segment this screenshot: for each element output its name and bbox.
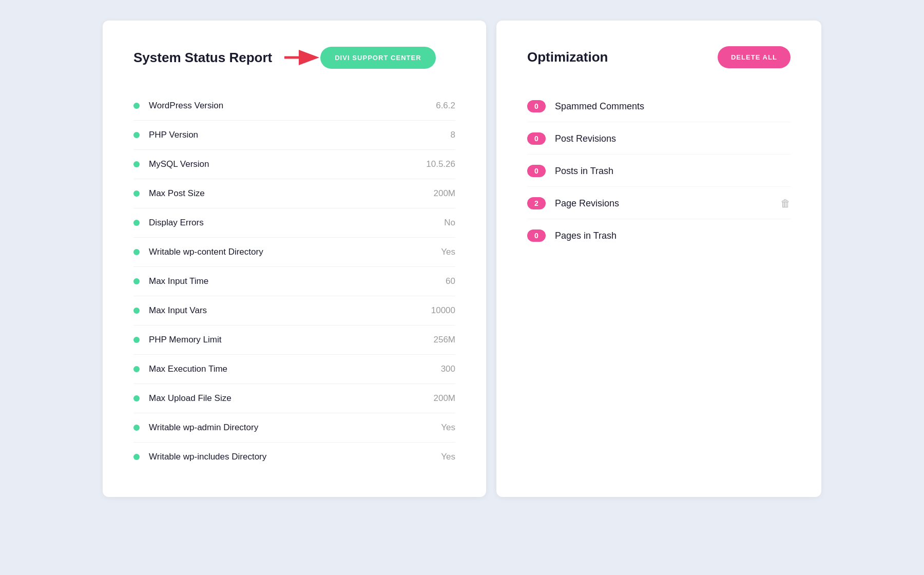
system-list-item: Writable wp-admin Directory Yes bbox=[133, 413, 455, 443]
system-item-value: 256M bbox=[433, 335, 455, 345]
status-dot bbox=[133, 278, 140, 284]
system-item-label: Writable wp-includes Directory bbox=[149, 452, 266, 462]
system-item-value: 200M bbox=[433, 188, 455, 199]
list-left: Writable wp-admin Directory bbox=[133, 423, 258, 433]
trash-icon[interactable]: 🗑 bbox=[780, 198, 791, 209]
system-status-title: System Status Report bbox=[133, 50, 272, 66]
system-list-item: Max Execution Time 300 bbox=[133, 355, 455, 384]
support-center-wrapper: DIVI SUPPORT CENTER bbox=[284, 46, 436, 69]
system-item-value: 10.5.26 bbox=[426, 159, 455, 169]
opt-list-item: 0 Spammed Comments bbox=[527, 91, 791, 122]
arrow-icon bbox=[284, 46, 320, 69]
system-status-card: System Status Report DIVI SUPPORT CENTER bbox=[103, 21, 486, 497]
list-left: Max Input Time bbox=[133, 276, 208, 286]
system-item-label: Display Errors bbox=[149, 218, 204, 228]
system-item-label: WordPress Version bbox=[149, 101, 223, 111]
system-status-list: WordPress Version 6.6.2 PHP Version 8 My… bbox=[133, 91, 455, 471]
status-dot bbox=[133, 308, 140, 314]
optimization-card: Optimization DELETE ALL 0 Spammed Commen… bbox=[496, 21, 821, 497]
list-left: Max Upload File Size bbox=[133, 393, 232, 404]
opt-list-item: 0 Post Revisions bbox=[527, 123, 791, 155]
opt-count-badge: 0 bbox=[527, 132, 546, 145]
support-center-button[interactable]: DIVI SUPPORT CENTER bbox=[320, 47, 436, 69]
opt-list-item: 0 Pages in Trash bbox=[527, 220, 791, 251]
status-dot bbox=[133, 161, 140, 167]
system-item-value: Yes bbox=[441, 423, 455, 433]
system-item-value: 200M bbox=[433, 393, 455, 404]
opt-count-badge: 0 bbox=[527, 229, 546, 242]
system-item-label: Writable wp-admin Directory bbox=[149, 423, 258, 433]
optimization-list: 0 Spammed Comments 0 Post Revisions 0 Po… bbox=[527, 91, 791, 251]
opt-count-badge: 0 bbox=[527, 100, 546, 112]
status-dot bbox=[133, 103, 140, 109]
system-item-label: Max Input Time bbox=[149, 276, 208, 286]
system-item-value: 60 bbox=[446, 276, 455, 286]
opt-list-item: 2 Page Revisions 🗑 bbox=[527, 188, 791, 219]
list-left: PHP Memory Limit bbox=[133, 335, 221, 345]
system-item-label: Max Upload File Size bbox=[149, 393, 232, 404]
system-list-item: Max Upload File Size 200M bbox=[133, 384, 455, 413]
status-dot bbox=[133, 249, 140, 255]
list-left: Max Post Size bbox=[133, 188, 205, 199]
opt-item-label: Pages in Trash bbox=[555, 231, 791, 241]
system-item-value: 6.6.2 bbox=[436, 101, 455, 111]
system-item-value: No bbox=[444, 218, 455, 228]
optimization-title: Optimization bbox=[527, 49, 608, 65]
system-list-item: Display Errors No bbox=[133, 208, 455, 238]
opt-item-label: Posts in Trash bbox=[555, 166, 791, 177]
list-left: Writable wp-content Directory bbox=[133, 247, 263, 257]
opt-list-item: 0 Posts in Trash bbox=[527, 156, 791, 187]
optimization-header: Optimization DELETE ALL bbox=[527, 46, 791, 68]
opt-item-label: Page Revisions bbox=[555, 198, 771, 209]
system-item-label: Max Post Size bbox=[149, 188, 205, 199]
opt-item-label: Post Revisions bbox=[555, 133, 791, 144]
status-dot bbox=[133, 190, 140, 197]
system-item-label: MySQL Version bbox=[149, 159, 209, 169]
status-dot bbox=[133, 366, 140, 372]
system-item-value: Yes bbox=[441, 452, 455, 462]
system-list-item: WordPress Version 6.6.2 bbox=[133, 91, 455, 121]
system-item-value: Yes bbox=[441, 247, 455, 257]
status-dot bbox=[133, 220, 140, 226]
status-dot bbox=[133, 395, 140, 401]
system-list-item: PHP Version 8 bbox=[133, 121, 455, 150]
status-dot bbox=[133, 425, 140, 431]
system-list-item: Max Input Time 60 bbox=[133, 267, 455, 296]
list-left: Display Errors bbox=[133, 218, 204, 228]
opt-count-badge: 0 bbox=[527, 165, 546, 177]
system-list-item: Writable wp-includes Directory Yes bbox=[133, 443, 455, 471]
status-dot bbox=[133, 132, 140, 138]
list-left: Max Execution Time bbox=[133, 364, 227, 374]
system-list-item: PHP Memory Limit 256M bbox=[133, 325, 455, 355]
system-item-value: 10000 bbox=[431, 305, 455, 316]
list-left: Max Input Vars bbox=[133, 305, 207, 316]
system-list-item: Max Input Vars 10000 bbox=[133, 296, 455, 325]
list-left: PHP Version bbox=[133, 130, 198, 140]
left-header: System Status Report DIVI SUPPORT CENTER bbox=[133, 46, 455, 69]
list-left: MySQL Version bbox=[133, 159, 209, 169]
system-item-value: 300 bbox=[441, 364, 455, 374]
system-item-label: PHP Memory Limit bbox=[149, 335, 221, 345]
list-left: Writable wp-includes Directory bbox=[133, 452, 266, 462]
system-item-label: PHP Version bbox=[149, 130, 198, 140]
system-item-label: Max Execution Time bbox=[149, 364, 227, 374]
system-list-item: MySQL Version 10.5.26 bbox=[133, 150, 455, 179]
status-dot bbox=[133, 454, 140, 460]
system-list-item: Max Post Size 200M bbox=[133, 179, 455, 208]
opt-count-badge: 2 bbox=[527, 197, 546, 209]
list-left: WordPress Version bbox=[133, 101, 223, 111]
system-item-label: Writable wp-content Directory bbox=[149, 247, 263, 257]
page-wrapper: System Status Report DIVI SUPPORT CENTER bbox=[103, 21, 821, 497]
system-list-item: Writable wp-content Directory Yes bbox=[133, 238, 455, 267]
opt-item-label: Spammed Comments bbox=[555, 101, 791, 112]
system-item-label: Max Input Vars bbox=[149, 305, 207, 316]
status-dot bbox=[133, 337, 140, 343]
delete-all-button[interactable]: DELETE ALL bbox=[718, 46, 791, 68]
system-item-value: 8 bbox=[451, 130, 455, 140]
